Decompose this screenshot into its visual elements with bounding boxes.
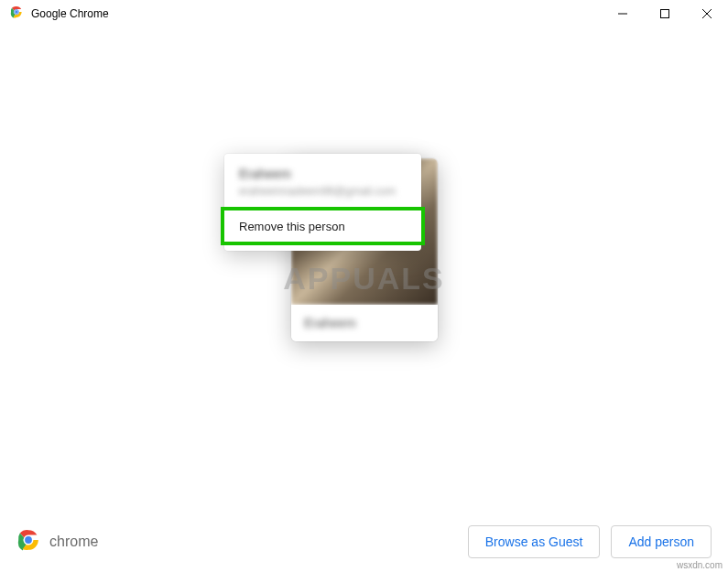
- footer-brand-area: chrome: [16, 528, 98, 556]
- remove-person-label: Remove this person: [239, 220, 345, 233]
- close-button[interactable]: [686, 0, 728, 27]
- profile-display-name: Eraheem: [304, 316, 356, 330]
- add-person-button[interactable]: Add person: [611, 525, 712, 558]
- context-menu-email: eraheemnadeem96@gmail.com: [239, 185, 407, 198]
- svg-point-10: [25, 536, 32, 544]
- footer-brand-text: chrome: [49, 534, 98, 550]
- browse-as-guest-button[interactable]: Browse as Guest: [468, 525, 601, 558]
- maximize-button[interactable]: [644, 0, 686, 27]
- titlebar-left: Google Chrome: [9, 5, 109, 23]
- remove-person-menu-item[interactable]: Remove this person: [221, 207, 425, 245]
- attribution-text: wsxdn.com: [677, 560, 723, 570]
- window-titlebar: Google Chrome: [0, 0, 728, 27]
- profile-area: Eraheem Eraheem eraheemnadeem96@gmail.co…: [224, 154, 440, 346]
- chrome-logo-icon: [16, 528, 40, 556]
- svg-rect-5: [661, 10, 669, 18]
- context-menu-header: Eraheem eraheemnadeem96@gmail.com: [224, 167, 421, 207]
- footer-bar: chrome Browse as Guest Add person: [0, 512, 728, 572]
- footer-buttons: Browse as Guest Add person: [468, 525, 712, 558]
- svg-point-3: [15, 10, 17, 13]
- context-menu-name: Eraheem: [239, 167, 407, 181]
- profile-name-bar: Eraheem: [291, 305, 438, 341]
- window-controls: [602, 0, 728, 27]
- profile-context-menu: Eraheem eraheemnadeem96@gmail.com Remove…: [224, 154, 421, 251]
- chrome-icon: [9, 5, 24, 23]
- minimize-button[interactable]: [602, 0, 644, 27]
- window-title: Google Chrome: [31, 7, 109, 20]
